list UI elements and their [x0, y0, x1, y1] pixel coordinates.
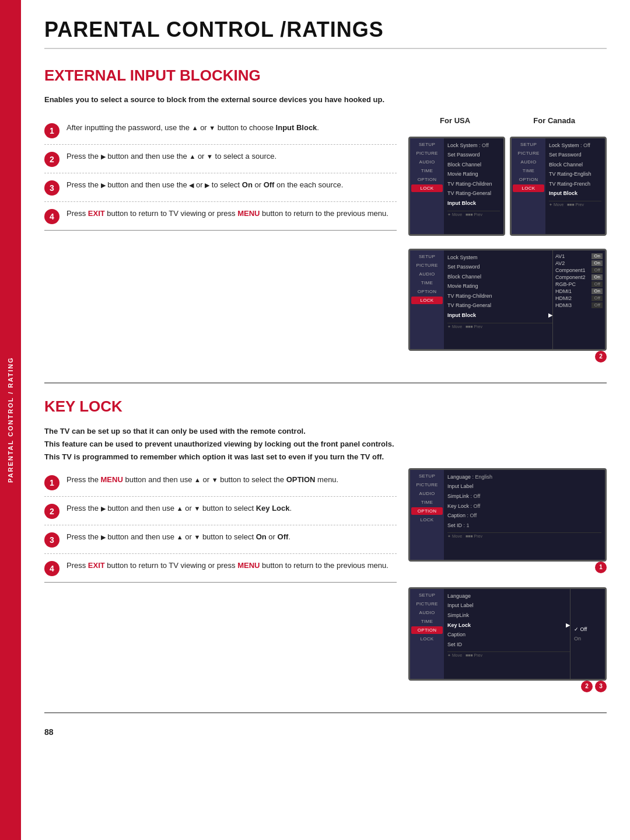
opt-key-lock: Key Lock : Off [447, 501, 601, 511]
section1-step2: 2 Press the ▶ button and then use the ▲ … [44, 145, 397, 173]
input-block-screen: SETUP PICTURE AUDIO TIME OPTION LOCK Loc… [408, 249, 607, 351]
kl-lock: LOCK [411, 635, 443, 643]
for-canada-label: For Canada [533, 116, 575, 125]
kl-sub-list: ✓ Off On [570, 589, 605, 679]
kl-audio: AUDIO [411, 609, 443, 616]
opt-input-label: Input Label [447, 482, 601, 492]
inp-input-block: Input Block▶ [447, 311, 552, 320]
kl-step4-num: 4 [44, 561, 60, 576]
kl-step4-text: Press EXIT button to return to TV viewin… [66, 560, 388, 572]
section-external-input-blocking: EXTERNAL INPUT BLOCKING Enables you to s… [44, 67, 607, 368]
inp-audio: AUDIO [411, 270, 443, 278]
inp-movie-rating: Movie Rating [447, 281, 552, 291]
opt-caption: Caption : Off [447, 511, 601, 521]
section2-intro: The TV can be set up so that it can only… [44, 425, 607, 463]
kl-step2-num: 2 [44, 504, 60, 519]
opt-simplink: SimpLink : Off [447, 492, 601, 501]
section2-title: KEY LOCK [44, 398, 607, 416]
section2-step4: 4 Press EXIT button to return to TV view… [44, 554, 397, 583]
option-screen: SETUP PICTURE AUDIO TIME OPTION LOCK Lan… [408, 468, 607, 562]
kl-language: Language [447, 591, 570, 601]
opt-menu: Language : English Input Label SimpLink … [444, 470, 605, 560]
input-menu: Lock System Set Password Block Channel M… [444, 250, 552, 349]
section1-screens: For USA For Canada SETUP PICTURE AUDIO [408, 116, 607, 368]
ca-input-block: Input Block [549, 189, 601, 198]
kl-set-id: Set ID [447, 640, 570, 650]
section2-step1: 1 Press the MENU button and then use ▲ o… [44, 468, 397, 497]
inp-time: TIME [411, 279, 443, 287]
step1-num: 1 [44, 123, 60, 138]
inp-tv-children: TV Rating-Children [447, 291, 552, 301]
sub-av2: AV2On [555, 260, 603, 267]
kl-step3-text: Press the ▶ button and then use ▲ or ▼ b… [66, 531, 290, 543]
section1-two-col: 1 After inputting the password, use the … [44, 116, 607, 368]
section2-step2: 2 Press the ▶ button and then use ▲ or ▼… [44, 497, 397, 525]
kl-sub-on: On [574, 636, 601, 642]
inp-picture: PICTURE [411, 262, 443, 269]
menu-tv-rating-children: TV Rating-Children [447, 179, 500, 189]
step3-num: 3 [44, 180, 60, 196]
section1-step4: 4 Press EXIT button to return to TV view… [44, 202, 397, 231]
inp-setup: SETUP [411, 253, 443, 260]
sub-hdmi2: HDMI2Off [555, 295, 603, 302]
opt-audio: AUDIO [411, 490, 443, 497]
input-sidebar: SETUP PICTURE AUDIO TIME OPTION LOCK [410, 250, 444, 349]
kl-sub-off: ✓ Off [574, 626, 601, 632]
section-divider [44, 382, 607, 384]
intro-line2: This feature can be used to prevent unau… [44, 438, 607, 451]
kl-picture: PICTURE [411, 600, 443, 608]
sidebar-picture-ca: PICTURE [513, 149, 544, 157]
kl-time: TIME [411, 618, 443, 625]
badge-opt-1: 1 [595, 562, 607, 573]
sub-rgbpc: RGB-PCOff [555, 281, 603, 288]
canada-sidebar: SETUP PICTURE AUDIO TIME OPTION LOCK [512, 138, 545, 234]
ca-set-password: Set Password [549, 150, 601, 160]
ca-tv-rating-english: TV Rating-English [549, 169, 601, 179]
menu-input-block: Input Block [447, 198, 500, 208]
section2-instructions: 1 Press the MENU button and then use ▲ o… [44, 468, 397, 698]
sub-hdmi3: HDMI3Off [555, 302, 603, 309]
sub-av1: AV1On [555, 253, 603, 260]
section1-intro: Enables you to select a source to block … [44, 94, 607, 106]
inp-option: OPTION [411, 288, 443, 295]
step4-num: 4 [44, 209, 60, 224]
menu-tv-rating-general: TV Rating-General [447, 189, 500, 198]
section-key-lock: KEY LOCK The TV can be set up so that it… [44, 398, 607, 698]
sidebar-option: OPTION [411, 176, 443, 183]
badge-kl-3: 3 [595, 681, 607, 692]
ca-lock-system: Lock System : Off [549, 141, 601, 151]
kl-sidebar: SETUP PICTURE AUDIO TIME OPTION LOCK [410, 589, 444, 679]
kl-step1-text: Press the MENU button and then use ▲ or … [66, 474, 338, 486]
opt-language: Language : English [447, 472, 601, 482]
section1-step1: 1 After inputting the password, use the … [44, 116, 397, 145]
opt-time: TIME [411, 499, 443, 506]
inp-lock: LOCK [411, 297, 443, 304]
kl-key-lock: Key Lock▶ [447, 621, 570, 630]
badge-kl-2: 2 [581, 681, 593, 692]
canada-footer: ✦ Move ■■■ Prev [549, 201, 601, 207]
section2-step3: 3 Press the ▶ button and then use ▲ or ▼… [44, 525, 397, 554]
sidebar-option-ca: OPTION [513, 176, 544, 183]
input-sub-list: AV1On AV2On Component1Off Component2On R… [552, 250, 605, 349]
sidebar-time-ca: TIME [513, 167, 544, 175]
menu-block-channel: Block Channel [447, 160, 500, 170]
for-labels: For USA For Canada [408, 116, 607, 125]
step2-text: Press the ▶ button and then use the ▲ or… [66, 151, 276, 163]
section2-screens: SETUP PICTURE AUDIO TIME OPTION LOCK Lan… [408, 468, 607, 698]
side-tab-label: PARENTAL CONTROL / RATING [7, 357, 14, 483]
kl-input-label: Input Label [447, 601, 570, 611]
sidebar-picture: PICTURE [411, 149, 443, 157]
section1-instructions: 1 After inputting the password, use the … [44, 116, 397, 368]
kl-step2-text: Press the ▶ button and then use ▲ or ▼ b… [66, 503, 292, 515]
inp-tv-general: TV Rating-General [447, 301, 552, 311]
kl-setup: SETUP [411, 591, 443, 599]
inp-set-password: Set Password [447, 262, 552, 272]
keylock-screen: SETUP PICTURE AUDIO TIME OPTION LOCK Lan… [408, 587, 607, 681]
section1-title: EXTERNAL INPUT BLOCKING [44, 67, 607, 85]
opt-picture: PICTURE [411, 481, 443, 489]
canada-screen: SETUP PICTURE AUDIO TIME OPTION LOCK Loc… [510, 137, 607, 236]
usa-screen: SETUP PICTURE AUDIO TIME OPTION LOCK Loc… [408, 137, 505, 236]
kl-caption: Caption [447, 630, 570, 640]
inp-footer: ✦ Move ■■■ Prev [447, 323, 552, 329]
page-number: 88 [44, 727, 607, 737]
